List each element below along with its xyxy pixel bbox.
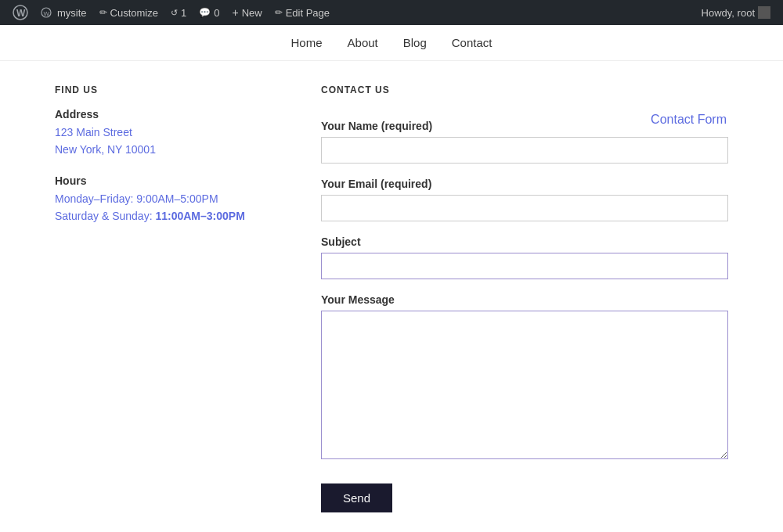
comments-label: 0 [214,7,219,19]
hours-weekday: Monday–Friday: 9:00AM–5:00PM [55,190,274,207]
customize-label: Customize [110,7,158,19]
find-us-label: FIND US [55,84,274,95]
site-nav: Home About Blog Contact [0,25,783,61]
svg-text:W: W [44,10,50,17]
page-wrapper: Home About Blog Contact FIND US Address … [0,25,783,532]
nav-item-blog[interactable]: Blog [403,36,427,49]
edit-page-label: Edit Page [286,7,330,19]
nav-link-contact[interactable]: Contact [452,36,493,49]
hours-weekend: Saturday & Sunday: 11:00AM–3:00PM [55,207,274,225]
hours-title: Hours [55,174,274,187]
contact-form: Your Name (required) Your Email (require… [321,120,728,512]
subject-label: Subject [321,235,728,248]
message-group: Your Message [321,293,728,462]
subject-group: Subject [321,235,728,279]
customize-item[interactable]: ✏ Customize [93,0,164,25]
new-item[interactable]: + New [226,0,268,25]
nav-item-about[interactable]: About [348,36,378,49]
message-label: Your Message [321,293,728,306]
hours-weekend-prefix: Saturday & Sunday: [55,210,155,222]
subject-input[interactable] [321,253,728,279]
name-input[interactable] [321,137,728,164]
address-line2: New York, NY 10001 [55,141,274,158]
contact-us-label: CONTACT US [321,84,728,95]
admin-bar: W W mysite ✏ Customize ↺ 1 💬 0 + New ✏ E… [0,0,783,25]
revisions-label: 1 [181,7,186,19]
nav-link-home[interactable]: Home [291,36,323,49]
svg-text:W: W [16,8,26,19]
nav-item-home[interactable]: Home [291,36,323,49]
howdy-text: Howdy, root [702,7,755,19]
contact-form-text: Contact Form [651,113,727,126]
email-label: Your Email (required) [321,178,728,190]
nav-link-about[interactable]: About [348,36,378,49]
comments-item[interactable]: 💬 0 [193,0,226,25]
contact-us-section: CONTACT US Contact Form Your Name (requi… [321,84,728,512]
site-name-item[interactable]: W mysite [34,0,93,25]
find-us-section: FIND US Address 123 Main Street New York… [55,84,274,512]
address-title: Address [55,108,274,120]
nav-item-contact[interactable]: Contact [452,36,493,49]
send-button[interactable]: Send [321,483,392,512]
email-input[interactable] [321,195,728,221]
revisions-item[interactable]: ↺ 1 [164,0,193,25]
email-group: Your Email (required) [321,178,728,221]
wp-logo-item[interactable]: W [6,0,34,25]
address-line1: 123 Main Street [55,124,274,141]
site-name-label: mysite [57,7,87,19]
edit-page-item[interactable]: ✏ Edit Page [269,0,336,25]
hours-weekend-highlight: 11:00AM–3:00PM [155,210,244,222]
nav-items: Home About Blog Contact [291,36,493,49]
wp-logo-icon: W [13,5,28,20]
new-label: New [242,7,262,19]
page-content: FIND US Address 123 Main Street New York… [39,61,744,532]
nav-link-blog[interactable]: Blog [403,36,427,49]
howdy-section: Howdy, root [695,6,777,19]
message-textarea[interactable] [321,311,728,459]
admin-avatar [758,6,770,19]
